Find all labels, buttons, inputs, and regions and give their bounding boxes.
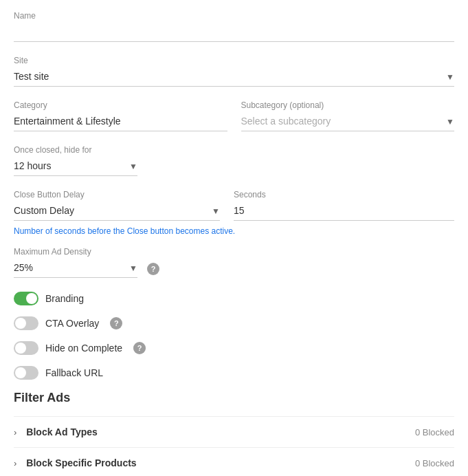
category-label: Category (14, 100, 227, 110)
fallback-url-toggle-row: Fallback URL (14, 366, 454, 380)
category-value: Entertainment & Lifestyle (14, 116, 227, 127)
filter-ads-section: Filter Ads › Block Ad Types 0 Blocked › … (14, 391, 454, 476)
branding-label: Branding (45, 293, 84, 304)
max-ad-density-group: Maximum Ad Density 25% ▼ ? (14, 247, 454, 278)
close-button-delay-value: Custom Delay (14, 205, 220, 216)
block-specific-products-count: 0 Blocked (415, 458, 454, 468)
subcategory-placeholder: Select a subcategory (241, 116, 455, 127)
max-ad-density-label: Maximum Ad Density (14, 247, 454, 257)
block-specific-products-chevron: › (14, 458, 16, 468)
hide-on-complete-toggle-row: Hide on Complete ? (14, 341, 454, 355)
category-row: Category Entertainment & Lifestyle Subca… (14, 100, 454, 131)
hint-text: Number of seconds before the Close butto… (14, 226, 454, 236)
site-select-value: Test site (14, 71, 454, 82)
max-ad-density-value: 25% (14, 262, 137, 273)
delay-row: Close Button Delay Custom Delay ▼ Second… (14, 190, 454, 221)
toggles-section: Branding CTA Overlay ? Hide on Complete … (14, 292, 454, 380)
name-label: Name (14, 11, 454, 21)
once-closed-select[interactable]: 12 hours ▼ (14, 158, 137, 176)
form-container: Name Site Test site ▼ Category Entertain… (0, 0, 468, 476)
hide-on-complete-help-icon[interactable]: ? (133, 342, 146, 354)
subcategory-group: Subcategory (optional) Select a subcateg… (241, 100, 455, 131)
cta-overlay-toggle-row: CTA Overlay ? (14, 316, 454, 330)
filter-ads-title: Filter Ads (14, 391, 454, 405)
fallback-url-toggle[interactable] (14, 366, 38, 380)
hide-on-complete-label: Hide on Complete (45, 343, 122, 354)
max-ad-density-help-icon[interactable]: ? (147, 263, 159, 275)
seconds-label: Seconds (234, 190, 454, 199)
once-closed-group: Once closed, hide for 12 hours ▼ (14, 145, 454, 176)
fallback-url-label: Fallback URL (45, 367, 103, 378)
block-ad-types-label: Block Ad Types (26, 426, 408, 437)
site-select[interactable]: Test site ▼ (14, 68, 454, 87)
block-specific-products-label: Block Specific Products (26, 457, 408, 468)
close-button-delay-label: Close Button Delay (14, 190, 220, 199)
site-field-group: Site Test site ▼ (14, 56, 454, 87)
block-specific-products-row[interactable]: › Block Specific Products 0 Blocked (14, 447, 454, 476)
cta-overlay-label: CTA Overlay (45, 318, 99, 329)
seconds-group: Seconds (234, 190, 454, 221)
max-ad-density-select[interactable]: 25% ▼ (14, 259, 137, 278)
once-closed-value: 12 hours (14, 160, 137, 171)
block-ad-types-row[interactable]: › Block Ad Types 0 Blocked (14, 416, 454, 447)
subcategory-label: Subcategory (optional) (241, 100, 455, 110)
block-ad-types-count: 0 Blocked (415, 427, 454, 437)
name-input[interactable] (14, 23, 454, 42)
branding-toggle[interactable] (14, 292, 38, 305)
category-group: Category Entertainment & Lifestyle (14, 100, 227, 131)
subcategory-select[interactable]: Select a subcategory ▼ (241, 113, 455, 131)
cta-overlay-toggle[interactable] (14, 316, 38, 330)
cta-overlay-help-icon[interactable]: ? (110, 317, 122, 329)
branding-toggle-row: Branding (14, 292, 454, 305)
block-ad-types-chevron: › (14, 427, 16, 437)
name-field-group: Name (14, 11, 454, 42)
site-label: Site (14, 56, 454, 65)
seconds-input[interactable] (234, 202, 454, 221)
hide-on-complete-toggle[interactable] (14, 341, 38, 355)
close-button-delay-group: Close Button Delay Custom Delay ▼ (14, 190, 220, 221)
category-select[interactable]: Entertainment & Lifestyle (14, 113, 227, 131)
close-button-delay-select[interactable]: Custom Delay ▼ (14, 202, 220, 221)
once-closed-label: Once closed, hide for (14, 145, 454, 155)
